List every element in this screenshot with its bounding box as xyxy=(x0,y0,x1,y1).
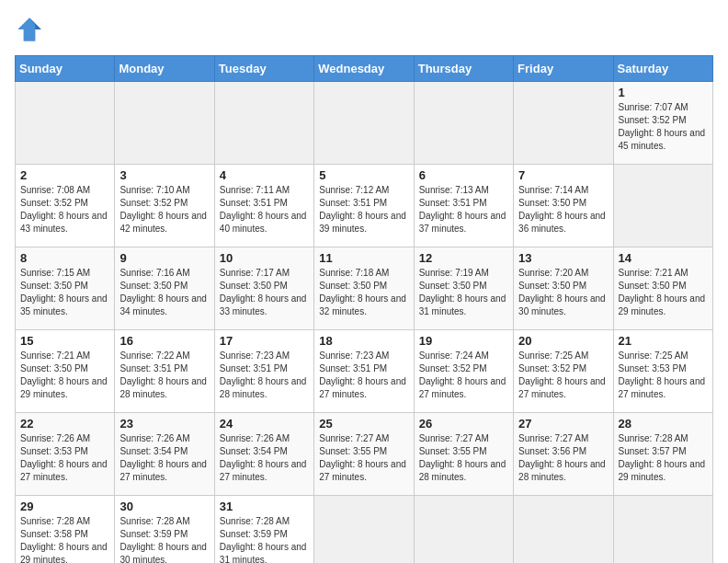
calendar-day-cell: 31Sunrise: 7:28 AMSunset: 3:59 PMDayligh… xyxy=(214,496,313,564)
calendar-day-cell: 7Sunrise: 7:14 AMSunset: 3:50 PMDaylight… xyxy=(514,165,613,247)
empty-cell xyxy=(613,496,712,564)
day-detail: Sunrise: 7:08 AMSunset: 3:52 PMDaylight:… xyxy=(20,185,108,234)
calendar-day-cell: 1Sunrise: 7:07 AMSunset: 3:52 PMDaylight… xyxy=(613,82,712,165)
day-number: 22 xyxy=(20,417,109,431)
day-detail: Sunrise: 7:18 AMSunset: 3:50 PMDaylight:… xyxy=(319,268,406,316)
empty-cell xyxy=(613,165,712,247)
calendar-day-cell: 15Sunrise: 7:21 AMSunset: 3:50 PMDayligh… xyxy=(16,330,115,413)
day-number: 4 xyxy=(220,168,309,182)
empty-cell xyxy=(514,496,613,564)
calendar-week-row: 1Sunrise: 7:07 AMSunset: 3:52 PMDaylight… xyxy=(16,82,713,165)
calendar-day-cell: 3Sunrise: 7:10 AMSunset: 3:52 PMDaylight… xyxy=(115,165,214,247)
day-number: 3 xyxy=(119,168,209,182)
day-detail: Sunrise: 7:28 AMSunset: 3:58 PMDaylight:… xyxy=(20,516,108,563)
calendar-body: 1Sunrise: 7:07 AMSunset: 3:52 PMDaylight… xyxy=(16,82,713,564)
empty-cell xyxy=(414,496,513,564)
calendar-day-cell: 13Sunrise: 7:20 AMSunset: 3:50 PMDayligh… xyxy=(514,247,613,330)
day-detail: Sunrise: 7:12 AMSunset: 3:51 PMDaylight:… xyxy=(319,185,406,234)
day-number: 18 xyxy=(319,334,408,348)
day-detail: Sunrise: 7:26 AMSunset: 3:54 PMDaylight:… xyxy=(119,433,207,482)
calendar-day-cell: 28Sunrise: 7:28 AMSunset: 3:57 PMDayligh… xyxy=(613,413,712,496)
header-cell-wednesday: Wednesday xyxy=(314,56,414,82)
calendar-day-cell: 18Sunrise: 7:23 AMSunset: 3:51 PMDayligh… xyxy=(314,330,414,413)
day-detail: Sunrise: 7:28 AMSunset: 3:59 PMDaylight:… xyxy=(119,516,207,563)
day-detail: Sunrise: 7:27 AMSunset: 3:55 PMDaylight:… xyxy=(319,433,406,482)
day-detail: Sunrise: 7:15 AMSunset: 3:50 PMDaylight:… xyxy=(20,268,108,316)
empty-cell xyxy=(414,82,513,165)
day-detail: Sunrise: 7:11 AMSunset: 3:51 PMDaylight:… xyxy=(220,185,307,234)
header-cell-thursday: Thursday xyxy=(414,56,513,82)
day-detail: Sunrise: 7:16 AMSunset: 3:50 PMDaylight:… xyxy=(119,268,207,316)
day-detail: Sunrise: 7:24 AMSunset: 3:52 PMDaylight:… xyxy=(419,350,506,399)
day-number: 16 xyxy=(119,334,209,348)
day-number: 7 xyxy=(518,168,608,182)
day-detail: Sunrise: 7:19 AMSunset: 3:50 PMDaylight:… xyxy=(419,268,506,316)
calendar-day-cell: 11Sunrise: 7:18 AMSunset: 3:50 PMDayligh… xyxy=(314,247,414,330)
calendar-day-cell: 26Sunrise: 7:27 AMSunset: 3:55 PMDayligh… xyxy=(414,413,513,496)
calendar-day-cell: 25Sunrise: 7:27 AMSunset: 3:55 PMDayligh… xyxy=(314,413,414,496)
header-cell-tuesday: Tuesday xyxy=(214,56,313,82)
calendar-day-cell: 16Sunrise: 7:22 AMSunset: 3:51 PMDayligh… xyxy=(115,330,214,413)
day-detail: Sunrise: 7:20 AMSunset: 3:50 PMDaylight:… xyxy=(518,268,606,316)
day-number: 21 xyxy=(619,334,708,348)
calendar-day-cell: 6Sunrise: 7:13 AMSunset: 3:51 PMDaylight… xyxy=(414,165,513,247)
day-number: 20 xyxy=(518,334,608,348)
day-number: 13 xyxy=(518,251,608,265)
calendar-table: SundayMondayTuesdayWednesdayThursdayFrid… xyxy=(15,55,713,563)
calendar-day-cell: 2Sunrise: 7:08 AMSunset: 3:52 PMDaylight… xyxy=(16,165,115,247)
header-cell-monday: Monday xyxy=(115,56,214,82)
calendar-day-cell: 19Sunrise: 7:24 AMSunset: 3:52 PMDayligh… xyxy=(414,330,513,413)
day-number: 5 xyxy=(319,168,408,182)
calendar-day-cell: 30Sunrise: 7:28 AMSunset: 3:59 PMDayligh… xyxy=(115,496,214,564)
header-cell-sunday: Sunday xyxy=(16,56,115,82)
calendar-day-cell: 14Sunrise: 7:21 AMSunset: 3:50 PMDayligh… xyxy=(613,247,712,330)
day-detail: Sunrise: 7:25 AMSunset: 3:53 PMDaylight:… xyxy=(619,350,706,399)
day-number: 9 xyxy=(119,251,209,265)
empty-cell xyxy=(16,82,115,165)
calendar-day-cell: 8Sunrise: 7:15 AMSunset: 3:50 PMDaylight… xyxy=(16,247,115,330)
day-number: 6 xyxy=(419,168,508,182)
calendar-day-cell: 12Sunrise: 7:19 AMSunset: 3:50 PMDayligh… xyxy=(414,247,513,330)
calendar-week-row: 29Sunrise: 7:28 AMSunset: 3:58 PMDayligh… xyxy=(16,496,713,564)
day-detail: Sunrise: 7:27 AMSunset: 3:55 PMDaylight:… xyxy=(419,433,506,482)
page-header xyxy=(15,15,713,44)
day-number: 8 xyxy=(20,251,109,265)
day-detail: Sunrise: 7:21 AMSunset: 3:50 PMDaylight:… xyxy=(619,268,706,316)
day-number: 29 xyxy=(20,500,109,513)
calendar-day-cell: 23Sunrise: 7:26 AMSunset: 3:54 PMDayligh… xyxy=(115,413,214,496)
day-detail: Sunrise: 7:23 AMSunset: 3:51 PMDaylight:… xyxy=(319,350,406,399)
day-detail: Sunrise: 7:28 AMSunset: 3:59 PMDaylight:… xyxy=(220,516,307,563)
day-number: 14 xyxy=(619,251,708,265)
day-number: 23 xyxy=(119,417,209,431)
day-detail: Sunrise: 7:17 AMSunset: 3:50 PMDaylight:… xyxy=(220,268,307,316)
day-number: 31 xyxy=(220,500,309,513)
calendar-day-cell: 24Sunrise: 7:26 AMSunset: 3:54 PMDayligh… xyxy=(214,413,313,496)
day-detail: Sunrise: 7:10 AMSunset: 3:52 PMDaylight:… xyxy=(119,185,207,234)
day-number: 15 xyxy=(20,334,109,348)
calendar-header-row: SundayMondayTuesdayWednesdayThursdayFrid… xyxy=(16,56,713,82)
day-detail: Sunrise: 7:07 AMSunset: 3:52 PMDaylight:… xyxy=(619,102,706,151)
calendar-day-cell: 4Sunrise: 7:11 AMSunset: 3:51 PMDaylight… xyxy=(214,165,313,247)
day-detail: Sunrise: 7:22 AMSunset: 3:51 PMDaylight:… xyxy=(119,350,207,399)
calendar-week-row: 2Sunrise: 7:08 AMSunset: 3:52 PMDaylight… xyxy=(16,165,713,247)
day-number: 25 xyxy=(319,417,408,431)
calendar-day-cell: 22Sunrise: 7:26 AMSunset: 3:53 PMDayligh… xyxy=(16,413,115,496)
day-detail: Sunrise: 7:13 AMSunset: 3:51 PMDaylight:… xyxy=(419,185,506,234)
day-number: 10 xyxy=(220,251,309,265)
calendar-week-row: 15Sunrise: 7:21 AMSunset: 3:50 PMDayligh… xyxy=(16,330,713,413)
day-detail: Sunrise: 7:14 AMSunset: 3:50 PMDaylight:… xyxy=(518,185,606,234)
day-detail: Sunrise: 7:25 AMSunset: 3:52 PMDaylight:… xyxy=(518,350,606,399)
empty-cell xyxy=(514,82,613,165)
day-number: 17 xyxy=(220,334,309,348)
calendar-day-cell: 5Sunrise: 7:12 AMSunset: 3:51 PMDaylight… xyxy=(314,165,414,247)
calendar-week-row: 22Sunrise: 7:26 AMSunset: 3:53 PMDayligh… xyxy=(16,413,713,496)
calendar-day-cell: 9Sunrise: 7:16 AMSunset: 3:50 PMDaylight… xyxy=(115,247,214,330)
day-number: 19 xyxy=(419,334,508,348)
day-number: 28 xyxy=(619,417,708,431)
empty-cell xyxy=(314,82,414,165)
calendar-day-cell: 21Sunrise: 7:25 AMSunset: 3:53 PMDayligh… xyxy=(613,330,712,413)
empty-cell xyxy=(115,82,214,165)
day-number: 12 xyxy=(419,251,508,265)
calendar-day-cell: 29Sunrise: 7:28 AMSunset: 3:58 PMDayligh… xyxy=(16,496,115,564)
header-cell-friday: Friday xyxy=(514,56,613,82)
